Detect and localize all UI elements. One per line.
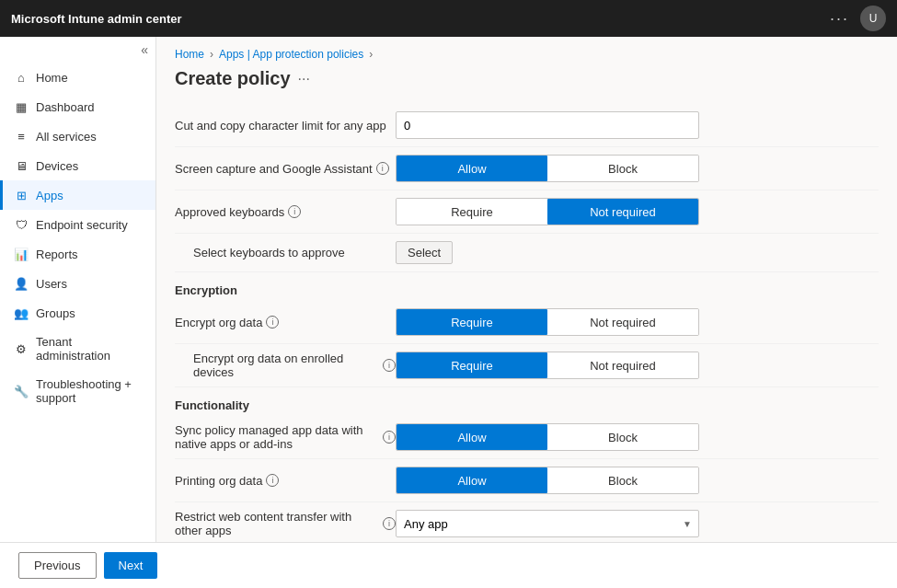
encrypt-org-row: Encrypt org data i Require Not required [175,301,879,344]
users-icon: 👤 [14,276,29,291]
sidebar-item-reports-label: Reports [36,248,78,261]
cut-copy-row: Cut and copy character limit for any app [175,104,879,147]
page-menu-button[interactable]: ··· [298,71,310,87]
page-header: Create policy ··· [156,64,897,104]
apps-icon: ⊞ [14,188,29,202]
encrypt-org-info-icon[interactable]: i [266,316,279,329]
encrypt-enrolled-not-required-button[interactable]: Not required [547,352,698,378]
content-area: Home › Apps | App protection policies › … [156,37,897,542]
screen-capture-control: Allow Block [396,155,879,182]
approved-keyboards-not-required-button[interactable]: Not required [547,199,698,225]
sidebar-item-devices-label: Devices [36,159,78,173]
next-button[interactable]: Next [104,552,158,579]
approved-keyboards-row: Approved keyboards i Require Not require… [175,190,879,234]
restrict-web-label: Restrict web content transfer with other… [175,510,396,537]
sidebar-item-groups-label: Groups [36,306,75,320]
sidebar-item-reports[interactable]: 📊 Reports [0,239,155,269]
cut-copy-label: Cut and copy character limit for any app [175,119,396,133]
select-keyboards-button[interactable]: Select [396,241,453,264]
sidebar-item-home[interactable]: ⌂ Home [0,63,155,92]
sync-policy-control: Allow Block [396,423,879,451]
sidebar-item-users-label: Users [36,277,67,291]
printing-control: Allow Block [396,467,879,494]
screen-capture-info-icon[interactable]: i [376,162,389,175]
approved-keyboards-control: Require Not required [396,198,879,225]
restrict-web-select[interactable]: Any app Policy managed browsers Intune M… [396,510,699,537]
functionality-section-header: Functionality [175,387,879,416]
breadcrumb-sep2: › [369,48,373,61]
sidebar-item-troubleshooting-label: Troubleshooting + support [36,377,144,405]
sync-policy-allow-button[interactable]: Allow [397,424,547,450]
select-keyboards-row: Select keyboards to approve Select [175,234,879,272]
encrypt-org-require-button[interactable]: Require [397,309,547,335]
form-section: Cut and copy character limit for any app… [156,104,897,542]
sync-policy-info-icon[interactable]: i [383,431,396,444]
encrypt-org-not-required-button[interactable]: Not required [547,309,698,335]
sync-policy-block-button[interactable]: Block [547,424,698,450]
sidebar-item-troubleshooting[interactable]: 🔧 Troubleshooting + support [0,370,155,412]
previous-button[interactable]: Previous [18,552,97,579]
encrypt-org-label: Encrypt org data i [175,316,396,329]
topbar-more-icon[interactable]: ··· [830,9,849,29]
encrypt-enrolled-label: Encrypt org data on enrolled devices i [175,352,396,379]
footer: Previous Next [0,542,897,588]
breadcrumb-home[interactable]: Home [175,48,204,61]
encrypt-enrolled-row: Encrypt org data on enrolled devices i R… [175,344,879,387]
app-title: Microsoft Intune admin center [11,12,830,26]
sidebar-item-users[interactable]: 👤 Users [0,269,155,298]
sidebar-item-endpoint-security[interactable]: 🛡 Endpoint security [0,210,155,239]
encrypt-enrolled-control: Require Not required [396,352,879,379]
sidebar-item-dashboard-label: Dashboard [36,100,95,114]
encrypt-enrolled-info-icon[interactable]: i [383,359,396,372]
encrypt-org-toggle: Require Not required [396,308,699,336]
sidebar-collapse-button[interactable]: « [141,42,148,57]
reports-icon: 📊 [14,247,29,261]
approved-keyboards-require-button[interactable]: Require [397,199,547,225]
select-keyboards-label: Select keyboards to approve [175,246,396,259]
sidebar-item-tenant-admin[interactable]: ⚙ Tenant administration [0,328,155,370]
dashboard-icon: ▦ [14,99,29,114]
endpoint-security-icon: 🛡 [14,217,29,232]
encrypt-enrolled-require-button[interactable]: Require [397,352,547,378]
avatar[interactable]: U [860,6,886,31]
sidebar-item-devices[interactable]: 🖥 Devices [0,151,155,180]
breadcrumb: Home › Apps | App protection policies › [156,37,897,64]
restrict-web-info-icon[interactable]: i [383,517,396,530]
screen-capture-toggle: Allow Block [396,155,699,182]
breadcrumb-sep1: › [210,48,213,61]
sync-policy-row: Sync policy managed app data with native… [175,416,879,459]
printing-info-icon[interactable]: i [266,474,279,487]
encrypt-enrolled-toggle: Require Not required [396,352,699,379]
approved-keyboards-info-icon[interactable]: i [288,205,301,218]
page-title: Create policy [175,68,291,89]
sidebar-item-apps-label: Apps [36,189,63,202]
sidebar-item-all-services-label: All services [36,130,97,144]
encryption-section-header: Encryption [175,272,879,301]
screen-capture-allow-button[interactable]: Allow [397,156,547,181]
sidebar-item-tenant-admin-label: Tenant administration [36,335,144,363]
restrict-web-row: Restrict web content transfer with other… [175,502,879,542]
encrypt-org-control: Require Not required [396,308,879,336]
screen-capture-block-button[interactable]: Block [547,156,698,181]
sidebar-item-groups[interactable]: 👥 Groups [0,298,155,328]
sync-policy-toggle: Allow Block [396,423,699,451]
breadcrumb-apps[interactable]: Apps | App protection policies [219,48,363,61]
printing-allow-button[interactable]: Allow [397,467,547,493]
groups-icon: 👥 [14,306,29,320]
restrict-web-dropdown-wrapper: Any app Policy managed browsers Intune M… [396,510,699,537]
sidebar-item-apps[interactable]: ⊞ Apps [0,180,155,210]
sidebar-item-home-label: Home [36,71,68,85]
printing-block-button[interactable]: Block [547,467,698,493]
screen-capture-row: Screen capture and Google Assistant i Al… [175,147,879,190]
printing-row: Printing org data i Allow Block [175,459,879,502]
sidebar-item-all-services[interactable]: ≡ All services [0,121,155,151]
sidebar-item-dashboard[interactable]: ▦ Dashboard [0,92,155,121]
all-services-icon: ≡ [14,129,29,144]
sidebar: « ⌂ Home ▦ Dashboard ≡ All services 🖥 De… [0,37,156,542]
tenant-admin-icon: ⚙ [14,341,29,356]
cut-copy-input[interactable] [396,111,699,139]
approved-keyboards-toggle: Require Not required [396,198,699,225]
cut-copy-control [396,111,879,139]
topbar: Microsoft Intune admin center ··· U [0,0,897,37]
restrict-web-control: Any app Policy managed browsers Intune M… [396,510,879,537]
